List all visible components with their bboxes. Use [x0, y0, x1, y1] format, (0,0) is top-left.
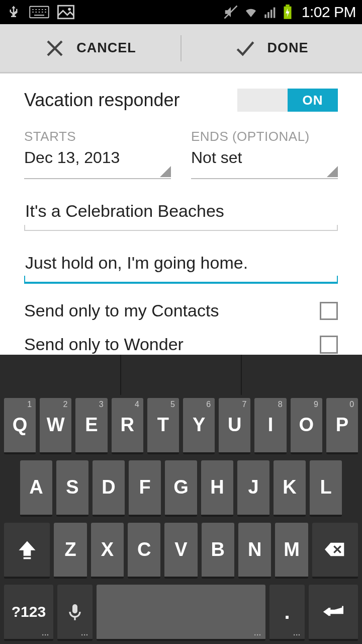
contacts-only-label: Send only to my Contacts [24, 301, 219, 320]
key-m[interactable]: M [275, 523, 308, 579]
key-p[interactable]: P0 [326, 398, 358, 454]
key-d[interactable]: D [93, 460, 125, 517]
body-field[interactable] [24, 249, 338, 284]
key-t[interactable]: T5 [147, 398, 179, 454]
signal-icon [263, 5, 278, 20]
mic-key[interactable]: ... [57, 585, 93, 641]
action-bar: CANCEL DONE [0, 24, 362, 73]
soft-keyboard: Q1W2E3R4T5Y6U7I8O9P0 ASDFGHJKL ZXCVBNM ?… [0, 355, 362, 644]
domain-only-row[interactable]: Send only to Wonder [24, 335, 338, 354]
subject-field[interactable] [24, 197, 338, 231]
subject-input[interactable] [24, 197, 338, 230]
svg-rect-15 [264, 15, 266, 18]
cancel-label: CANCEL [76, 40, 136, 56]
svg-rect-19 [286, 5, 290, 7]
domain-only-label: Send only to Wonder [24, 335, 184, 354]
toggle-on-label: ON [288, 89, 338, 112]
symbols-key[interactable]: ?123 ... [4, 585, 53, 641]
svg-rect-12 [58, 6, 73, 19]
end-date-field[interactable]: ENDS (OPTIONAL) Not set [191, 129, 338, 179]
key-h[interactable]: H [201, 460, 233, 517]
wifi-icon [243, 5, 258, 20]
key-a[interactable]: A [20, 460, 52, 517]
key-y[interactable]: Y6 [183, 398, 215, 454]
settings-content: Vacation responder ON STARTS Dec 13, 201… [0, 73, 362, 355]
enter-key[interactable] [309, 585, 358, 641]
key-i[interactable]: I8 [254, 398, 286, 454]
domain-only-checkbox[interactable] [320, 336, 338, 354]
backspace-key[interactable] [312, 523, 358, 579]
battery-icon [283, 5, 293, 20]
shift-key[interactable] [4, 523, 50, 579]
contacts-only-checkbox[interactable] [320, 302, 338, 320]
svg-marker-25 [323, 606, 343, 616]
key-c[interactable]: C [128, 523, 160, 579]
close-icon [44, 38, 65, 59]
done-button[interactable]: DONE [182, 24, 362, 72]
check-icon [235, 38, 256, 59]
key-u[interactable]: U7 [219, 398, 250, 454]
key-k[interactable]: K [274, 460, 306, 517]
keyboard-icon [29, 5, 49, 20]
key-z[interactable]: Z [54, 523, 86, 579]
key-w[interactable]: W2 [40, 398, 71, 454]
start-date-field[interactable]: STARTS Dec 13, 2013 [24, 129, 171, 179]
key-g[interactable]: G [165, 460, 197, 517]
key-f[interactable]: F [129, 460, 161, 517]
suggestion-slot[interactable] [242, 355, 362, 395]
key-s[interactable]: S [56, 460, 88, 517]
page-title: Vacation responder [24, 90, 180, 111]
key-v[interactable]: V [164, 523, 197, 579]
svg-point-13 [68, 8, 71, 11]
responder-toggle[interactable]: ON [237, 89, 338, 112]
svg-rect-18 [274, 8, 276, 18]
spinner-corner-icon [160, 166, 171, 177]
space-key[interactable]: ... [97, 585, 265, 641]
end-label: ENDS (OPTIONAL) [191, 129, 338, 144]
start-value: Dec 13, 2013 [24, 148, 171, 167]
done-label: DONE [267, 40, 308, 56]
suggestion-bar [0, 355, 362, 395]
status-bar: 1:02 PM [0, 0, 362, 24]
period-key[interactable]: . ... [269, 585, 305, 641]
cancel-button[interactable]: CANCEL [0, 24, 180, 72]
key-b[interactable]: B [202, 523, 234, 579]
key-l[interactable]: L [310, 460, 342, 517]
key-o[interactable]: O9 [291, 398, 322, 454]
body-input[interactable] [24, 249, 338, 282]
picture-icon [57, 5, 74, 20]
svg-rect-16 [267, 12, 269, 18]
svg-rect-22 [23, 557, 31, 559]
end-value: Not set [191, 148, 338, 167]
mute-icon [223, 5, 238, 20]
key-r[interactable]: R4 [112, 398, 143, 454]
key-n[interactable]: N [238, 523, 271, 579]
start-label: STARTS [24, 129, 171, 144]
key-e[interactable]: E3 [75, 398, 107, 454]
suggestion-slot[interactable] [121, 355, 242, 395]
svg-rect-17 [270, 10, 273, 18]
spinner-corner-icon [327, 166, 338, 177]
clock-time: 1:02 PM [302, 4, 356, 21]
usb-icon [6, 5, 21, 20]
contacts-only-row[interactable]: Send only to my Contacts [24, 301, 338, 320]
key-j[interactable]: J [237, 460, 269, 517]
svg-rect-23 [72, 604, 77, 613]
key-q[interactable]: Q1 [4, 398, 36, 454]
key-x[interactable]: X [91, 523, 124, 579]
suggestion-slot[interactable] [0, 355, 121, 395]
